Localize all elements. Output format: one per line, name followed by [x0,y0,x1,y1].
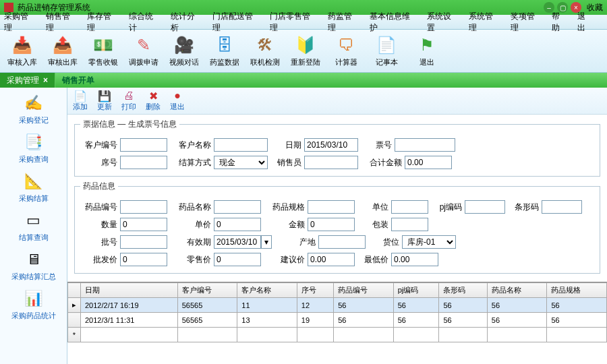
table-cell[interactable]: 56 [439,313,487,328]
menu-item[interactable]: 门店零售管理 [270,11,318,34]
table-cell[interactable]: 56 [393,298,439,313]
column-header[interactable]: 客户名称 [237,283,297,298]
toolbar-button[interactable]: 🛠联机检测 [245,32,285,71]
table-cell[interactable]: 2012/3/1 11:31 [81,313,178,328]
action-button[interactable]: ✖删除 [146,90,161,112]
toolbar-button[interactable]: 🗄药监数据 [205,32,244,71]
action-button[interactable]: ●退出 [170,90,185,112]
table-cell[interactable]: 13 [237,313,297,328]
pj-input[interactable] [465,200,505,214]
sidebar-item[interactable]: 🖥采购结算汇总 [3,248,64,282]
settle-select[interactable]: 现金 [214,156,268,169]
expiry-input[interactable] [214,235,261,249]
toolbar-button[interactable]: 📤审核出库 [43,32,82,71]
close-icon[interactable]: × [43,75,48,85]
table-cell[interactable]: 56 [487,313,547,328]
toolbar-button[interactable]: 💵零售收银 [84,32,123,71]
menu-item[interactable]: 药监管理 [328,11,360,34]
location-select[interactable]: 库房-01 [402,235,456,249]
table-cell[interactable]: 56565 [177,298,237,313]
origin-input[interactable] [318,235,366,249]
table-cell[interactable]: 56 [439,298,487,313]
nav-tab-purchase[interactable]: 采购管理 × [0,73,55,88]
table-cell[interactable]: 56 [393,313,439,328]
table-cell[interactable] [393,328,439,342]
table-cell[interactable] [297,328,333,342]
toolbar-button[interactable]: 📥审核入库 [3,32,42,71]
toolbar-button[interactable]: ⚑退出 [407,32,446,71]
table-cell[interactable]: 2012/2/17 16:19 [81,298,178,313]
menu-item[interactable]: 统计分析 [171,11,203,34]
chevron-down-icon[interactable]: ▾ [261,235,272,249]
column-header[interactable]: 日期 [81,283,178,298]
column-header[interactable]: 药品名称 [487,283,547,298]
table-row[interactable]: ▸2012/2/17 16:195656511125656565656 [68,298,607,313]
column-header[interactable]: 药品编号 [334,283,394,298]
table-cell[interactable]: 56 [334,298,394,313]
menu-item[interactable]: 库存管理 [87,11,119,34]
ticket-input[interactable] [395,138,455,152]
table-cell[interactable]: 12 [297,298,333,313]
toolbar-button[interactable]: 🗨计算器 [326,32,366,71]
action-button[interactable]: 📄添加 [73,90,88,112]
seq-input[interactable] [120,156,167,169]
drug-no-input[interactable] [120,200,167,214]
customer-no-input[interactable] [120,138,167,152]
table-cell[interactable] [177,328,237,342]
menu-item[interactable]: 帮助 [552,11,568,34]
sidebar-item[interactable]: 📊采购药品统计 [3,287,64,321]
barcode-input[interactable] [542,200,582,214]
menu-item[interactable]: 基本信息维护 [370,11,418,34]
menu-item[interactable]: 门店配送管理 [212,11,261,34]
pack-input[interactable] [391,218,428,231]
toolbar-button[interactable]: ✎调拨申请 [124,32,163,71]
sidebar-item[interactable]: 📐采购结算 [3,170,64,204]
lowest-input[interactable] [391,253,438,266]
table-cell[interactable]: 19 [297,313,333,328]
table-row[interactable]: 2012/3/1 11:315656513195656565656 [68,313,607,328]
menu-item[interactable]: 综合统计 [129,11,161,34]
qty-input[interactable] [120,218,167,231]
price-input[interactable] [214,218,261,231]
table-cell[interactable] [547,328,607,342]
column-header[interactable]: pj编码 [393,283,439,298]
column-header[interactable]: 客户编号 [177,283,237,298]
sidebar-item[interactable]: 📑采购查询 [3,131,64,164]
sidebar-item[interactable]: ✍采购登记 [3,92,64,125]
table-cell[interactable]: 11 [237,298,297,313]
menu-item[interactable]: 系统管理 [469,11,501,34]
toolbar-button[interactable]: 📄记事本 [367,32,406,71]
drug-name-input[interactable] [214,200,261,214]
table-cell[interactable] [487,328,547,342]
suggest-input[interactable] [308,253,355,266]
table-cell[interactable]: 56565 [177,313,237,328]
total-input[interactable] [405,156,452,169]
sales-input[interactable] [304,156,358,169]
action-button[interactable]: 🖨打印 [121,90,136,112]
table-cell[interactable]: 56 [547,313,607,328]
unit-input[interactable] [391,200,428,214]
retail-input[interactable] [214,253,261,266]
table-cell[interactable]: 56 [334,313,394,328]
data-grid[interactable]: 日期客户编号客户名称序号药品编号pj编码条形码药品名称药品规格▸2012/2/1… [67,282,607,364]
batch-input[interactable] [120,235,167,249]
column-header[interactable]: 条形码 [439,283,487,298]
menu-item[interactable]: 采购管理 [4,11,36,34]
table-cell[interactable]: 56 [487,298,547,313]
toolbar-button[interactable]: 🎥视频对话 [165,32,204,71]
table-cell[interactable] [439,328,487,342]
sidebar-item[interactable]: ▭结算查询 [3,209,64,243]
menu-item[interactable]: 系统设置 [427,11,459,34]
column-header[interactable]: 序号 [297,283,333,298]
menu-item[interactable]: 退出 [577,11,594,34]
table-cell[interactable]: 56 [547,298,607,313]
table-cell[interactable] [334,328,394,342]
column-header[interactable]: 药品规格 [547,283,607,298]
amount-input[interactable] [308,218,355,231]
wholesale-input[interactable] [120,253,167,266]
table-cell[interactable] [237,328,297,342]
table-row-new[interactable]: * [68,328,607,342]
date-input[interactable] [304,138,358,152]
menu-item[interactable]: 销售管理 [46,11,78,34]
spec-input[interactable] [308,200,355,214]
